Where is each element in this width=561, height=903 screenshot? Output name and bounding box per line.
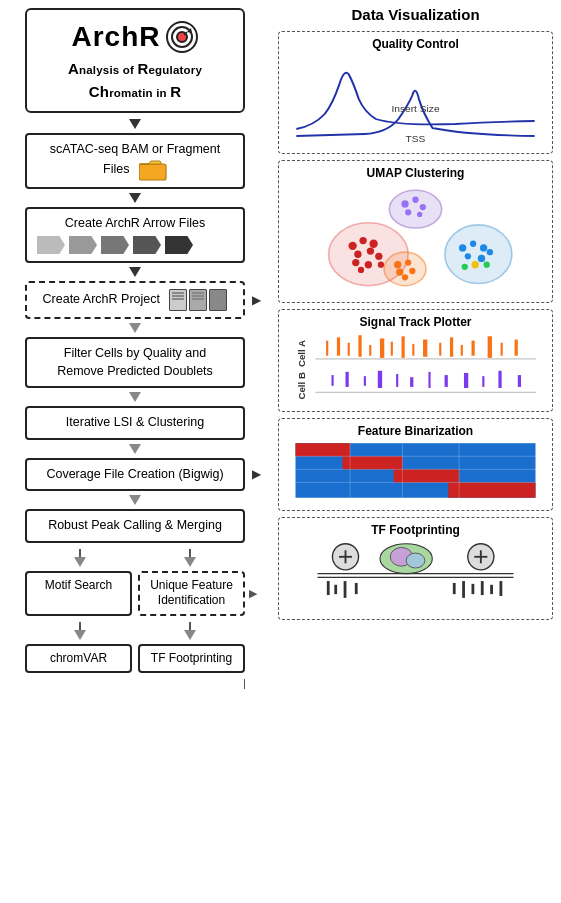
svg-point-18 [354,251,361,258]
svg-rect-48 [391,342,393,356]
svg-rect-45 [358,335,361,357]
split-arrows [25,549,245,567]
svg-rect-69 [464,373,468,388]
tf-footprinting-label: TF Footprinting [285,523,546,537]
svg-rect-67 [428,372,430,388]
svg-point-90 [406,553,425,568]
svg-rect-44 [348,343,350,356]
svg-point-22 [365,261,372,268]
svg-rect-100 [453,583,456,594]
svg-point-40 [484,262,490,268]
archr-text: ArchR [71,21,160,53]
svg-rect-71 [498,371,501,388]
page-icon-2 [189,289,207,311]
svg-rect-57 [501,343,503,356]
svg-point-8 [389,190,441,228]
unique-box: Unique Feature Identification ▶ [138,571,245,616]
svg-point-32 [459,244,466,251]
unique-label: Unique Feature Identification [150,578,233,608]
data-viz-title: Data Visualization [278,6,553,23]
svg-rect-101 [462,581,465,598]
svg-text:Insert Size: Insert Size [391,104,439,114]
svg-rect-51 [423,340,427,357]
arrow-files-icons [37,236,233,254]
svg-point-20 [375,253,382,260]
motif-box: Motif Search [25,571,132,616]
svg-point-21 [352,259,359,266]
svg-rect-61 [332,375,334,386]
arrow-6 [129,444,141,454]
svg-rect-97 [334,585,337,594]
svg-point-34 [480,244,487,251]
svg-rect-105 [500,581,503,596]
arrow-icon-5 [165,236,193,254]
svg-point-33 [470,241,476,247]
svg-rect-54 [461,345,463,356]
svg-point-12 [405,209,411,215]
scatac-label: scATAC-seq BAM or Fragment Files [50,142,220,176]
svg-rect-63 [364,376,366,386]
stacked-pages-icon [169,289,227,311]
svg-rect-62 [346,372,349,387]
svg-point-37 [487,249,493,255]
svg-rect-58 [515,340,518,356]
split-top-row: Motif Search Unique Feature Identificati… [25,571,245,616]
svg-point-19 [367,247,374,254]
filter-label: Filter Cells by Quality andRemove Predic… [57,346,213,378]
arrow-icon-2 [69,236,97,254]
umap-chart [285,183,546,293]
umap-panel: UMAP Clustering [278,160,553,303]
svg-rect-70 [482,376,484,387]
arrow-5 [129,392,141,402]
coverage-box: Coverage File Creation (Bigwig) [25,458,245,492]
tf-footprint-box: TF Footprinting [138,644,245,674]
tf-footprinting-panel: TF Footprinting [278,517,553,620]
svg-point-11 [420,204,426,210]
project-label: Create ArchR Project [43,292,160,306]
svg-rect-104 [490,585,493,594]
page-icon-1 [169,289,187,311]
svg-rect-53 [450,337,453,356]
svg-rect-56 [488,336,492,358]
folder-icon [139,159,167,181]
arrow-files-label: Create ArchR Arrow Files [37,215,233,233]
archr-subtitle: Analysis of Regulatory Chromatin in R [39,58,231,103]
svg-rect-68 [445,375,448,387]
archr-title: ArchR [39,20,231,54]
signal-panel: Signal Track Plotter Cell A [278,309,553,412]
split-bottom-row: chromVAR TF Footprinting [25,644,245,674]
svg-rect-98 [344,581,347,598]
arrow-3 [129,267,141,277]
svg-rect-99 [355,583,358,594]
arrow-4 [129,323,141,333]
page-icon-3 [209,289,227,311]
svg-rect-5 [139,164,166,180]
svg-point-17 [369,240,377,248]
svg-point-16 [359,237,366,244]
svg-point-26 [394,261,401,268]
svg-rect-46 [369,345,371,356]
arrow-files-box: Create ArchR Arrow Files [25,207,245,264]
target-icon [165,20,199,54]
svg-rect-49 [402,336,405,358]
svg-point-28 [396,268,403,275]
svg-point-23 [378,262,384,268]
svg-rect-76 [342,456,402,469]
svg-rect-42 [326,341,328,356]
svg-point-9 [401,200,408,207]
lsi-box: Iterative LSI & Clustering [25,406,245,440]
svg-rect-103 [481,581,484,595]
motif-label: Motif Search [45,578,112,592]
arrow-2 [129,193,141,203]
svg-text:Cell A: Cell A [296,340,307,367]
archr-logo-box: ArchR Analysis of Regulatory Chromatin i… [25,8,245,113]
bottom-connector [25,679,245,689]
svg-rect-72 [518,375,521,387]
svg-rect-47 [380,338,384,357]
svg-rect-65 [396,374,398,387]
svg-point-31 [445,225,512,284]
signal-label: Signal Track Plotter [285,315,546,329]
feature-label: Feature Binarization [285,424,546,438]
qc-chart: Insert Size TSS [285,54,546,144]
umap-label: UMAP Clustering [285,166,546,180]
